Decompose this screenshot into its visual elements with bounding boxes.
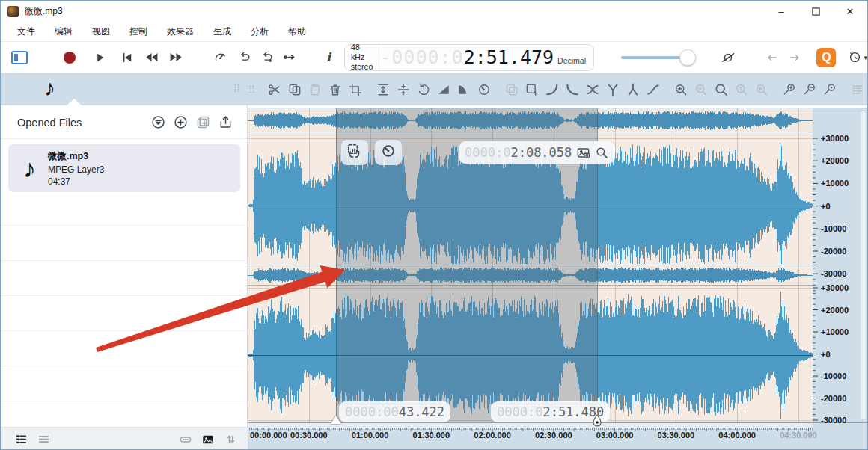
zoom-selection-button[interactable] xyxy=(711,82,731,97)
menu-item-2[interactable]: 视图 xyxy=(82,22,120,41)
q-logo-icon: Q xyxy=(816,48,836,67)
vertical-zoom-out-button[interactable] xyxy=(799,82,819,97)
fade-out-button[interactable] xyxy=(453,82,474,97)
menu-item-0[interactable]: 文件 xyxy=(7,22,45,41)
record-button[interactable] xyxy=(64,52,76,64)
toolbar-drag-handle[interactable]: ⦙⦙ xyxy=(248,82,257,97)
menu-item-3[interactable]: 控制 xyxy=(120,22,157,41)
export-file-button[interactable] xyxy=(214,114,236,130)
normalize-button[interactable] xyxy=(393,82,413,97)
ruler-tick-label: 00:00.000 xyxy=(250,431,287,440)
history-caret-icon[interactable]: ▾ xyxy=(864,54,867,61)
sort-files-button[interactable] xyxy=(219,433,242,446)
waveform-view[interactable]: 0000:02:08.058 0000:0043.422 0000:02:51.… xyxy=(248,108,813,423)
link-channels-button[interactable] xyxy=(174,433,197,446)
compact-view-button[interactable] xyxy=(32,433,55,446)
effects-list-button[interactable] xyxy=(847,82,867,97)
minimize-button[interactable]: – xyxy=(764,1,798,22)
playhead-marker[interactable] xyxy=(591,414,603,432)
copy-button[interactable] xyxy=(284,82,305,97)
vertical-zoom-reset-button[interactable] xyxy=(819,82,840,97)
vertical-scrollbar[interactable] xyxy=(861,111,866,419)
add-selection-button[interactable] xyxy=(522,82,542,97)
trim-button[interactable] xyxy=(345,82,365,97)
hand-select-icon xyxy=(346,143,363,162)
zoom-one-to-one-button[interactable] xyxy=(731,82,751,97)
time-ruler[interactable]: 00:00.00000:30.00001:00.00001:30.00002:0… xyxy=(248,423,868,450)
file-name: 微微.mp3 xyxy=(48,150,104,163)
play-from-cursor-button[interactable] xyxy=(282,50,296,64)
main-toolbar: i 48 kHz stereo -0000:02:51.479 Decimal … xyxy=(1,42,867,73)
monitoring-button[interactable] xyxy=(721,50,736,65)
menu-item-6[interactable]: 分析 xyxy=(241,22,278,41)
snapshot-icon[interactable] xyxy=(576,146,590,160)
amplitude-axis: +30000+20000+10000+0-10000-20000-30000+3… xyxy=(813,108,868,423)
level-knob-button[interactable] xyxy=(375,140,402,165)
maximize-button[interactable] xyxy=(798,1,833,22)
zoom-in-button[interactable] xyxy=(670,82,691,97)
paste-button[interactable] xyxy=(305,82,325,97)
menu-item-7[interactable]: 帮助 xyxy=(278,22,316,41)
amplify-button[interactable] xyxy=(373,82,393,97)
selection-start-display[interactable]: 0000:0043.422 xyxy=(339,401,450,422)
file-list-item[interactable]: ♪ 微微.mp3 MPEG Layer3 04:37 xyxy=(8,144,240,192)
duplicate-file-button[interactable] xyxy=(192,114,214,130)
nav-forward-button[interactable] xyxy=(788,51,801,64)
play-button[interactable] xyxy=(94,51,107,64)
add-file-button[interactable] xyxy=(169,114,192,130)
volume-slider[interactable] xyxy=(621,49,686,66)
info-button[interactable]: i xyxy=(326,50,331,64)
menu-item-5[interactable]: 生成 xyxy=(204,22,241,41)
toggle-sidebar-button[interactable] xyxy=(11,51,28,64)
menu-item-1[interactable]: 编辑 xyxy=(45,22,82,41)
delete-button[interactable] xyxy=(325,82,345,97)
file-tab-note-icon[interactable]: ♪ xyxy=(44,75,55,101)
merge-button[interactable] xyxy=(623,82,643,97)
fast-forward-button[interactable] xyxy=(169,50,183,64)
vertical-zoom-in-button[interactable] xyxy=(779,82,799,97)
skip-to-start-button[interactable] xyxy=(120,51,134,64)
magnifier-icon[interactable] xyxy=(595,146,609,160)
loop-selection-button[interactable] xyxy=(260,50,274,64)
zoom-back-button[interactable] xyxy=(751,82,771,97)
menu-item-4[interactable]: 效果器 xyxy=(157,22,204,41)
split-button[interactable] xyxy=(602,82,623,97)
app-window: 微微.mp3 – ✕ 文件编辑视图控制效果器生成分析帮助 i 48 kHz st… xyxy=(0,0,868,450)
hand-select-button[interactable] xyxy=(341,140,368,165)
selection-start-marker[interactable] xyxy=(331,416,341,424)
edit-toolbar: ♪ ⦙⦙ ⦙⦙ xyxy=(1,73,867,105)
ocenaudio-q-button[interactable]: Q xyxy=(816,48,836,67)
curve-down-button[interactable] xyxy=(562,82,582,97)
reverse-button[interactable] xyxy=(413,82,433,97)
duplicate-button[interactable] xyxy=(501,82,522,97)
gain-knob-button[interactable] xyxy=(474,82,494,97)
playback-speed-button[interactable] xyxy=(213,50,227,64)
cut-button[interactable] xyxy=(264,82,284,97)
history-button[interactable] xyxy=(848,50,862,64)
volume-slider-knob[interactable] xyxy=(679,49,696,66)
knob-icon xyxy=(380,143,397,162)
list-view-button[interactable] xyxy=(10,433,32,446)
ruler-tick-label: 00:30.000 xyxy=(290,431,328,440)
selection-start-edge[interactable] xyxy=(336,108,337,423)
selection-length-value: 2:08.058 xyxy=(510,145,572,160)
toolbar-drag-handle[interactable]: ⦙⦙ xyxy=(233,81,242,96)
close-button[interactable]: ✕ xyxy=(833,1,867,22)
rewind-button[interactable] xyxy=(144,50,159,64)
crossfade-button[interactable] xyxy=(582,82,602,97)
menu-bar: 文件编辑视图控制效果器生成分析帮助 xyxy=(1,22,867,42)
loop-button[interactable] xyxy=(237,50,251,64)
zoom-out-button[interactable] xyxy=(691,82,711,97)
panel-title: Opened Files xyxy=(17,117,147,129)
ruler-tick-label: 03:30.000 xyxy=(658,431,695,440)
time-display[interactable]: 48 kHz stereo -0000:02:51.479 Decimal xyxy=(344,44,594,71)
fade-in-button[interactable] xyxy=(433,82,453,97)
curve-up-button[interactable] xyxy=(542,82,562,97)
smooth-curve-button[interactable] xyxy=(643,82,663,97)
filter-files-button[interactable] xyxy=(147,114,169,130)
thumbnail-view-button[interactable] xyxy=(197,433,219,446)
channel1-tick-label: +10000 xyxy=(821,179,849,188)
nav-back-button[interactable] xyxy=(765,51,779,64)
ruler-tick-label: 04:00.000 xyxy=(718,431,756,440)
selection-length-display[interactable]: 0000:02:08.058 xyxy=(459,141,615,164)
